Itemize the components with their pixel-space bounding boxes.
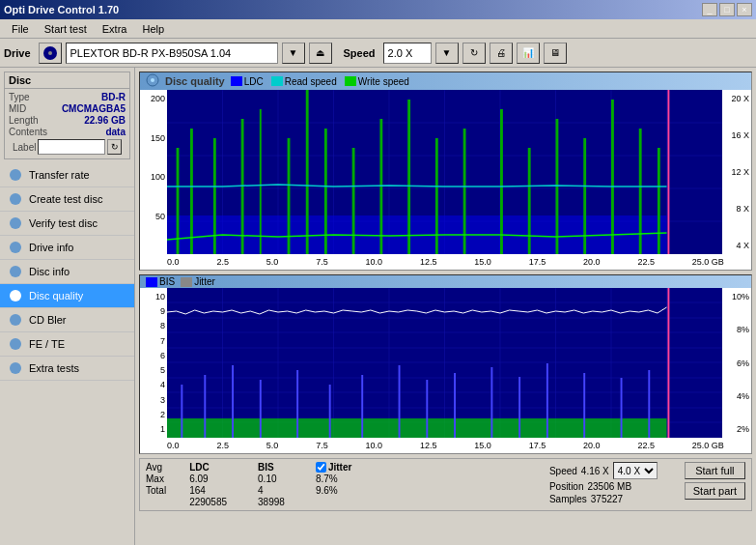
svg-point-12 — [151, 78, 154, 82]
disc-label-key: Label — [13, 142, 36, 153]
svg-rect-75 — [426, 380, 428, 438]
svg-rect-78 — [518, 377, 520, 438]
start-full-button[interactable]: Start full — [685, 462, 745, 479]
speed-stat-dropdown[interactable]: 4.0 X — [613, 462, 658, 479]
legend-bis: BIS — [146, 276, 175, 287]
btn3[interactable]: 🖥 — [544, 43, 567, 64]
nav-extra-tests-label: Extra tests — [29, 362, 79, 374]
ldc-header-group: LDC 6.09 164 2290585 — [189, 462, 227, 507]
svg-rect-41 — [528, 148, 531, 254]
ldc-col-header: LDC — [189, 462, 227, 473]
sidebar-item-transfer-rate[interactable]: Transfer rate — [0, 163, 134, 187]
max-label: Max — [146, 473, 166, 484]
lower-chart-svg — [167, 288, 722, 438]
jitter-checkbox[interactable] — [316, 462, 326, 473]
bis-header-group: BIS 0.10 4 38998 — [258, 462, 285, 507]
bis-max: 4 — [258, 485, 285, 496]
maximize-button[interactable]: □ — [719, 3, 735, 16]
close-button[interactable]: × — [737, 3, 752, 16]
speed-position-group: Speed 4.16 X 4.0 X Position 23506 MB Sam… — [549, 462, 658, 504]
speed-stat-value: 4.16 X — [581, 466, 609, 476]
svg-rect-81 — [621, 378, 623, 438]
disc-mid-val: CMCMAGBA5 — [62, 103, 126, 114]
title-bar: Opti Drive Control 1.70 _ □ × — [0, 0, 756, 19]
sidebar-item-disc-info[interactable]: Disc info — [0, 260, 134, 284]
sidebar-item-disc-quality[interactable]: Disc quality — [0, 284, 134, 308]
disc-contents-val: data — [105, 127, 126, 137]
svg-rect-45 — [639, 129, 642, 254]
svg-rect-77 — [490, 367, 492, 438]
minimize-button[interactable]: _ — [702, 3, 717, 16]
samples-value: 375227 — [591, 494, 623, 504]
nav-create-test-disc-label: Create test disc — [29, 193, 102, 205]
chart-title-bar: Disc quality LDC Read speed Write speed — [140, 72, 751, 90]
lower-chart-area — [167, 288, 722, 438]
label-refresh-btn[interactable]: ↻ — [107, 139, 122, 155]
btn2[interactable]: 📊 — [517, 43, 540, 64]
svg-point-9 — [10, 338, 21, 350]
svg-rect-69 — [232, 365, 234, 438]
menu-file[interactable]: File — [4, 21, 37, 37]
menu-help[interactable]: Help — [134, 21, 172, 37]
stats-bar: Avg Max Total LDC 6.09 164 2290585 BIS 0… — [139, 458, 752, 511]
btn1[interactable]: 🖨 — [490, 43, 513, 64]
nav-verify-test-disc-label: Verify test disc — [29, 217, 98, 229]
jitter-label: Jitter — [194, 276, 215, 287]
svg-point-6 — [10, 266, 21, 277]
bis-avg: 0.10 — [258, 473, 285, 484]
fe-te-icon — [8, 336, 23, 352]
total-label: Total — [146, 485, 166, 496]
svg-rect-43 — [583, 138, 586, 254]
svg-rect-29 — [213, 138, 216, 254]
speed-row: Speed 4.16 X 4.0 X — [549, 462, 658, 479]
svg-rect-71 — [296, 370, 298, 438]
read-speed-color — [271, 76, 283, 86]
sidebar-item-create-test-disc[interactable]: Create test disc — [0, 187, 134, 212]
sidebar-item-cd-bler[interactable]: CD Bler — [0, 308, 134, 332]
speed-select[interactable]: 2.0 X — [383, 43, 432, 64]
menu-start-test[interactable]: Start test — [37, 21, 95, 37]
speed-label: Speed — [344, 47, 376, 59]
upper-chart-panel: Disc quality LDC Read speed Write speed — [139, 72, 752, 271]
disc-type-row: Type BD-R — [9, 92, 126, 102]
sidebar: Disc Type BD-R MID CMCMAGBA5 Length 22.9… — [0, 68, 135, 545]
svg-rect-67 — [181, 385, 182, 438]
read-speed-label: Read speed — [285, 76, 337, 87]
eject-btn[interactable]: ⏏ — [309, 43, 332, 64]
sidebar-item-drive-info[interactable]: Drive info — [0, 236, 134, 260]
main-layout: Disc Type BD-R MID CMCMAGBA5 Length 22.9… — [0, 68, 756, 545]
speed-dropdown-btn[interactable]: ▼ — [435, 43, 459, 64]
menu-extra[interactable]: Extra — [95, 21, 135, 37]
sidebar-item-extra-tests[interactable]: Extra tests — [0, 357, 134, 381]
disc-contents-row: Contents data — [9, 127, 126, 137]
label-input[interactable] — [38, 139, 105, 155]
upper-y-right: 20 X 16 X 12 X 8 X 4 X — [722, 90, 751, 254]
svg-rect-80 — [583, 373, 585, 438]
start-part-button[interactable]: Start part — [685, 482, 745, 500]
avg-label: Avg — [146, 462, 166, 473]
disc-mid-row: MID CMCMAGBA5 — [9, 103, 126, 114]
ldc-max: 164 — [189, 485, 227, 496]
cd-bler-icon — [8, 312, 23, 328]
disc-table: Type BD-R MID CMCMAGBA5 Length 22.96 GB … — [5, 89, 129, 158]
refresh-btn[interactable]: ↻ — [462, 43, 486, 64]
upper-chart-body: 200 150 100 50 — [140, 90, 751, 254]
stats-labels: Avg Max Total — [146, 462, 166, 496]
position-value: 23506 MB — [587, 481, 631, 492]
svg-point-10 — [10, 362, 21, 374]
disc-info-icon — [8, 264, 23, 279]
bis-total: 38998 — [258, 497, 285, 507]
disc-type-key: Type — [9, 92, 30, 102]
sidebar-item-verify-test-disc[interactable]: Verify test disc — [0, 212, 134, 236]
upper-y-left: 200 150 100 50 — [140, 90, 167, 254]
drive-select[interactable]: PLEXTOR BD-R PX-B950SA 1.04 — [66, 43, 278, 64]
sidebar-item-fe-te[interactable]: FE / TE — [0, 332, 134, 357]
nav-transfer-rate-label: Transfer rate — [29, 169, 90, 181]
svg-rect-79 — [546, 363, 548, 438]
legend-ldc: LDC — [231, 76, 264, 87]
drive-dropdown-btn[interactable]: ▼ — [282, 43, 305, 64]
drive-label: Drive — [4, 47, 31, 59]
legend-write-speed: Write speed — [345, 76, 409, 87]
transfer-rate-icon — [8, 167, 23, 183]
disc-icon — [39, 43, 62, 64]
